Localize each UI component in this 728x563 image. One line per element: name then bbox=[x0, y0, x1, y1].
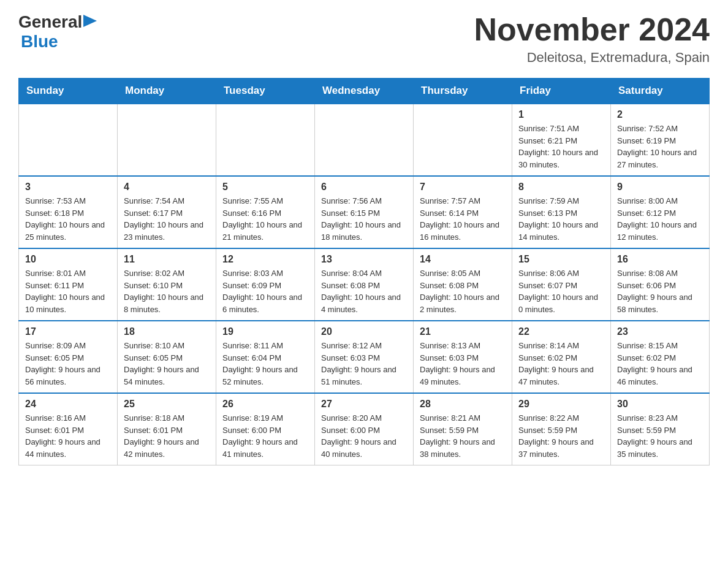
day-info: Sunrise: 8:12 AMSunset: 6:03 PMDaylight:… bbox=[321, 340, 407, 388]
logo-blue-text: Blue bbox=[21, 32, 58, 51]
location: Deleitosa, Extremadura, Spain bbox=[474, 50, 710, 66]
day-number: 28 bbox=[420, 399, 506, 410]
calendar-header-row: SundayMondayTuesdayWednesdayThursdayFrid… bbox=[19, 79, 710, 104]
calendar-cell: 16Sunrise: 8:08 AMSunset: 6:06 PMDayligh… bbox=[611, 248, 710, 321]
day-number: 22 bbox=[518, 326, 604, 337]
day-number: 30 bbox=[617, 399, 703, 410]
calendar-week-2: 3Sunrise: 7:53 AMSunset: 6:18 PMDaylight… bbox=[19, 176, 710, 248]
calendar-cell bbox=[414, 104, 512, 176]
calendar-cell: 3Sunrise: 7:53 AMSunset: 6:18 PMDaylight… bbox=[19, 176, 118, 248]
day-info: Sunrise: 7:52 AMSunset: 6:19 PMDaylight:… bbox=[617, 123, 703, 170]
day-number: 29 bbox=[518, 399, 604, 410]
calendar-cell: 7Sunrise: 7:57 AMSunset: 6:14 PMDaylight… bbox=[414, 176, 512, 248]
day-info: Sunrise: 8:02 AMSunset: 6:10 PMDaylight:… bbox=[124, 267, 210, 315]
calendar-cell: 24Sunrise: 8:16 AMSunset: 6:01 PMDayligh… bbox=[19, 393, 118, 465]
calendar-cell bbox=[315, 104, 414, 176]
day-number: 15 bbox=[518, 254, 604, 265]
calendar-cell: 10Sunrise: 8:01 AMSunset: 6:11 PMDayligh… bbox=[19, 248, 118, 321]
day-info: Sunrise: 7:54 AMSunset: 6:17 PMDaylight:… bbox=[124, 195, 210, 243]
calendar-cell: 11Sunrise: 8:02 AMSunset: 6:10 PMDayligh… bbox=[118, 248, 216, 321]
calendar-header-monday: Monday bbox=[118, 79, 216, 104]
calendar-cell: 25Sunrise: 8:18 AMSunset: 6:01 PMDayligh… bbox=[118, 393, 216, 465]
day-number: 26 bbox=[222, 399, 308, 410]
day-info: Sunrise: 7:56 AMSunset: 6:15 PMDaylight:… bbox=[321, 195, 407, 243]
day-number: 2 bbox=[617, 109, 703, 120]
calendar-cell: 5Sunrise: 7:55 AMSunset: 6:16 PMDaylight… bbox=[216, 176, 315, 248]
day-info: Sunrise: 7:51 AMSunset: 6:21 PMDaylight:… bbox=[518, 123, 604, 170]
calendar-header-saturday: Saturday bbox=[611, 79, 710, 104]
calendar-cell: 2Sunrise: 7:52 AMSunset: 6:19 PMDaylight… bbox=[611, 104, 710, 176]
day-number: 24 bbox=[25, 399, 111, 410]
day-info: Sunrise: 8:20 AMSunset: 6:00 PMDaylight:… bbox=[321, 412, 407, 460]
day-info: Sunrise: 8:00 AMSunset: 6:12 PMDaylight:… bbox=[617, 195, 703, 243]
day-info: Sunrise: 7:57 AMSunset: 6:14 PMDaylight:… bbox=[420, 195, 506, 243]
day-number: 23 bbox=[617, 326, 703, 337]
calendar-week-5: 24Sunrise: 8:16 AMSunset: 6:01 PMDayligh… bbox=[19, 393, 710, 465]
day-info: Sunrise: 7:55 AMSunset: 6:16 PMDaylight:… bbox=[222, 195, 308, 243]
day-number: 4 bbox=[124, 182, 210, 193]
day-number: 11 bbox=[124, 254, 210, 265]
calendar-week-1: 1Sunrise: 7:51 AMSunset: 6:21 PMDaylight… bbox=[19, 104, 710, 176]
day-number: 17 bbox=[25, 326, 111, 337]
day-number: 9 bbox=[617, 182, 703, 193]
calendar-cell: 26Sunrise: 8:19 AMSunset: 6:00 PMDayligh… bbox=[216, 393, 315, 465]
day-info: Sunrise: 7:59 AMSunset: 6:13 PMDaylight:… bbox=[518, 195, 604, 243]
day-number: 3 bbox=[25, 182, 111, 193]
day-number: 10 bbox=[25, 254, 111, 265]
day-info: Sunrise: 8:14 AMSunset: 6:02 PMDaylight:… bbox=[518, 340, 604, 388]
day-info: Sunrise: 8:03 AMSunset: 6:09 PMDaylight:… bbox=[222, 267, 308, 315]
calendar-cell: 18Sunrise: 8:10 AMSunset: 6:05 PMDayligh… bbox=[118, 321, 216, 393]
day-number: 12 bbox=[222, 254, 308, 265]
title-section: November 2024 Deleitosa, Extremadura, Sp… bbox=[474, 12, 710, 66]
calendar-cell: 12Sunrise: 8:03 AMSunset: 6:09 PMDayligh… bbox=[216, 248, 315, 321]
day-info: Sunrise: 8:15 AMSunset: 6:02 PMDaylight:… bbox=[617, 340, 703, 388]
logo: General Blue bbox=[18, 12, 97, 52]
calendar-cell: 8Sunrise: 7:59 AMSunset: 6:13 PMDaylight… bbox=[512, 176, 611, 248]
calendar-cell: 20Sunrise: 8:12 AMSunset: 6:03 PMDayligh… bbox=[315, 321, 414, 393]
day-info: Sunrise: 8:19 AMSunset: 6:00 PMDaylight:… bbox=[222, 412, 308, 460]
calendar-cell: 30Sunrise: 8:23 AMSunset: 5:59 PMDayligh… bbox=[611, 393, 710, 465]
day-info: Sunrise: 8:13 AMSunset: 6:03 PMDaylight:… bbox=[420, 340, 506, 388]
day-info: Sunrise: 8:05 AMSunset: 6:08 PMDaylight:… bbox=[420, 267, 506, 315]
calendar-cell bbox=[19, 104, 118, 176]
calendar-cell bbox=[118, 104, 216, 176]
day-number: 6 bbox=[321, 182, 407, 193]
calendar-cell: 17Sunrise: 8:09 AMSunset: 6:05 PMDayligh… bbox=[19, 321, 118, 393]
logo-triangle-icon bbox=[83, 15, 97, 27]
day-number: 21 bbox=[420, 326, 506, 337]
day-info: Sunrise: 8:21 AMSunset: 5:59 PMDaylight:… bbox=[420, 412, 506, 460]
calendar-cell: 15Sunrise: 8:06 AMSunset: 6:07 PMDayligh… bbox=[512, 248, 611, 321]
day-number: 8 bbox=[518, 182, 604, 193]
calendar-cell: 23Sunrise: 8:15 AMSunset: 6:02 PMDayligh… bbox=[611, 321, 710, 393]
day-number: 25 bbox=[124, 399, 210, 410]
day-info: Sunrise: 8:10 AMSunset: 6:05 PMDaylight:… bbox=[124, 340, 210, 388]
day-number: 27 bbox=[321, 399, 407, 410]
calendar-cell: 19Sunrise: 8:11 AMSunset: 6:04 PMDayligh… bbox=[216, 321, 315, 393]
calendar-table: SundayMondayTuesdayWednesdayThursdayFrid… bbox=[18, 78, 710, 465]
day-info: Sunrise: 7:53 AMSunset: 6:18 PMDaylight:… bbox=[25, 195, 111, 243]
calendar-cell: 1Sunrise: 7:51 AMSunset: 6:21 PMDaylight… bbox=[512, 104, 611, 176]
month-title: November 2024 bbox=[474, 12, 710, 47]
day-info: Sunrise: 8:18 AMSunset: 6:01 PMDaylight:… bbox=[124, 412, 210, 460]
calendar-cell: 27Sunrise: 8:20 AMSunset: 6:00 PMDayligh… bbox=[315, 393, 414, 465]
calendar-cell: 4Sunrise: 7:54 AMSunset: 6:17 PMDaylight… bbox=[118, 176, 216, 248]
day-number: 1 bbox=[518, 109, 604, 120]
day-info: Sunrise: 8:06 AMSunset: 6:07 PMDaylight:… bbox=[518, 267, 604, 315]
calendar-cell: 6Sunrise: 7:56 AMSunset: 6:15 PMDaylight… bbox=[315, 176, 414, 248]
page-header: General Blue November 2024 Deleitosa, Ex… bbox=[18, 12, 710, 66]
svg-marker-0 bbox=[83, 15, 97, 27]
day-info: Sunrise: 8:11 AMSunset: 6:04 PMDaylight:… bbox=[222, 340, 308, 388]
day-number: 14 bbox=[420, 254, 506, 265]
calendar-header-tuesday: Tuesday bbox=[216, 79, 315, 104]
day-number: 7 bbox=[420, 182, 506, 193]
day-info: Sunrise: 8:08 AMSunset: 6:06 PMDaylight:… bbox=[617, 267, 703, 315]
calendar-week-4: 17Sunrise: 8:09 AMSunset: 6:05 PMDayligh… bbox=[19, 321, 710, 393]
calendar-header-friday: Friday bbox=[512, 79, 611, 104]
day-info: Sunrise: 8:01 AMSunset: 6:11 PMDaylight:… bbox=[25, 267, 111, 315]
calendar-cell: 21Sunrise: 8:13 AMSunset: 6:03 PMDayligh… bbox=[414, 321, 512, 393]
logo-general-text: General bbox=[18, 12, 82, 32]
day-info: Sunrise: 8:04 AMSunset: 6:08 PMDaylight:… bbox=[321, 267, 407, 315]
calendar-header-thursday: Thursday bbox=[414, 79, 512, 104]
day-info: Sunrise: 8:23 AMSunset: 5:59 PMDaylight:… bbox=[617, 412, 703, 460]
calendar-cell: 13Sunrise: 8:04 AMSunset: 6:08 PMDayligh… bbox=[315, 248, 414, 321]
